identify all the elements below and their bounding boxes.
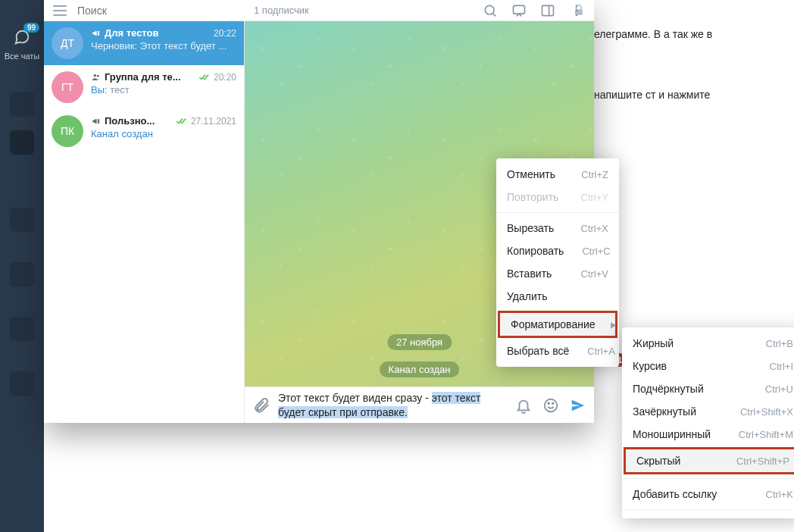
chat-name: Для тестов <box>105 27 211 39</box>
menu-delete[interactable]: Удалить <box>496 285 619 308</box>
svg-point-2 <box>97 74 99 77</box>
emoji-icon[interactable] <box>542 397 559 414</box>
svg-point-11 <box>552 402 554 404</box>
comments-icon[interactable] <box>511 2 527 19</box>
menu-add-link[interactable]: Добавить ссылкуCtrl+K <box>622 483 794 505</box>
chat-item[interactable]: ГТ Группа для те... 20:20 Вы: тест <box>44 65 244 109</box>
all-chats-label: Все чаты <box>5 52 40 61</box>
service-message: Канал создан <box>380 361 460 377</box>
chat-preview: Черновик: Этот текст будет ... <box>91 40 236 52</box>
menu-copy[interactable]: КопироватьCtrl+C <box>496 239 619 262</box>
sidepanel-icon[interactable] <box>539 2 556 19</box>
avatar: ДТ <box>52 27 83 59</box>
attach-icon[interactable] <box>252 396 270 415</box>
sidebar-slot[interactable] <box>10 92 34 117</box>
app-leftbar: 99 Все чаты <box>0 0 44 532</box>
menu-strike[interactable]: ЗачёркнутыйCtrl+Shift+X <box>622 400 794 423</box>
background-article: елеграмме. В а так же в напишите ст и на… <box>594 27 783 148</box>
menu-select-all[interactable]: Выбрать всёCtrl+A <box>496 340 619 362</box>
svg-point-1 <box>94 74 97 77</box>
send-icon[interactable] <box>570 397 586 414</box>
menu-bold[interactable]: ЖирныйCtrl+B <box>622 332 794 355</box>
svg-point-9 <box>545 399 558 412</box>
date-pill: 27 ноября <box>387 334 452 350</box>
unread-badge: 99 <box>23 23 39 33</box>
svg-point-3 <box>485 5 494 14</box>
message-input[interactable]: Этот текст будет виден сразу - этот текс… <box>270 391 505 420</box>
sidebar-slot[interactable] <box>10 317 34 341</box>
chat-list: ДТ Для тестов 20:22 Черновик: Этот текст… <box>44 21 245 423</box>
menu-cut[interactable]: ВырезатьCtrl+X <box>496 217 619 239</box>
svg-point-7 <box>576 9 578 11</box>
chat-time: 20:22 <box>214 28 236 39</box>
chat-name: Группа для те... <box>105 71 195 83</box>
read-checks-icon <box>176 117 188 125</box>
menu-mono[interactable]: МоноширинныйCtrl+Shift+M <box>622 423 794 446</box>
chat-item[interactable]: ПК Пользно... 27.11.2021 Канал создан <box>44 109 244 153</box>
chat-preview: Канал создан <box>91 128 236 139</box>
message-input-bar: Этот текст будет виден сразу - этот текс… <box>245 386 594 423</box>
chat-time: 27.11.2021 <box>191 116 236 127</box>
sidebar-slot[interactable] <box>10 262 34 286</box>
menu-undo[interactable]: ОтменитьCtrl+Z <box>496 163 619 186</box>
search-icon[interactable] <box>482 2 499 19</box>
menu-underline[interactable]: ПодчёркнутыйCtrl+U <box>622 377 794 400</box>
sidebar-slot[interactable] <box>10 208 34 232</box>
svg-point-10 <box>548 402 549 404</box>
context-menu-edit: ОтменитьCtrl+Z ПовторитьCtrl+Y ВырезатьC… <box>496 158 619 367</box>
svg-point-8 <box>576 14 578 16</box>
menu-button[interactable] <box>53 5 67 16</box>
menu-paste[interactable]: ВставитьCtrl+V <box>496 262 619 285</box>
menu-redo: ПовторитьCtrl+Y <box>496 186 619 208</box>
svg-rect-5 <box>542 5 554 15</box>
menu-italic[interactable]: КурсивCtrl+I <box>622 355 794 377</box>
sidebar-slot[interactable] <box>10 130 34 155</box>
sidebar-slot[interactable] <box>10 371 34 396</box>
chat-time: 20:20 <box>214 72 236 83</box>
chat-name: Пользно... <box>105 115 173 127</box>
svg-point-6 <box>576 5 578 7</box>
chat-item[interactable]: ДТ Для тестов 20:22 Черновик: Этот текст… <box>44 21 244 65</box>
megaphone-icon <box>91 28 102 39</box>
context-menu-formatting: ЖирныйCtrl+B КурсивCtrl+I ПодчёркнутыйCt… <box>622 327 794 518</box>
avatar: ГТ <box>52 71 83 103</box>
all-chats-button[interactable]: 99 <box>12 29 32 49</box>
megaphone-icon <box>91 116 102 127</box>
chevron-right-icon: ▶ <box>596 321 617 329</box>
subscriber-count: 1 подписчик <box>254 5 309 16</box>
more-icon[interactable] <box>568 2 585 19</box>
group-icon <box>91 72 102 83</box>
menu-formatting[interactable]: Форматирование▶ <box>500 313 615 336</box>
avatar: ПК <box>52 115 83 147</box>
read-checks-icon <box>198 74 211 81</box>
svg-rect-4 <box>514 5 525 14</box>
bell-icon[interactable] <box>515 397 532 414</box>
menu-spoiler[interactable]: СкрытыйCtrl+Shift+P <box>626 449 794 472</box>
chat-preview: Вы: тест <box>91 84 236 95</box>
chat-header: 1 подписчик <box>245 0 594 21</box>
